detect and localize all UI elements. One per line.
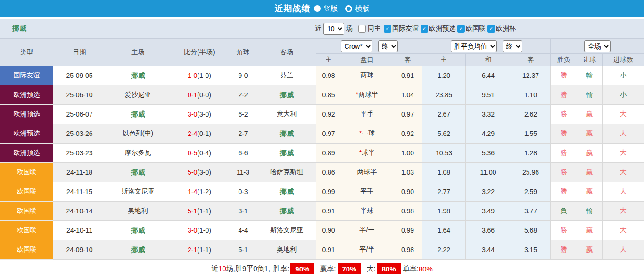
radio-vertical-label[interactable]: 竖版 [324, 4, 338, 13]
cell-result-goals: 大 [603, 202, 644, 221]
cell-mean-away: 3.77 [511, 202, 551, 221]
mean-group-header: 胜平负均值 终 [422, 39, 551, 54]
scope-select[interactable]: 全场 [584, 40, 611, 52]
cell-result-goals: 大 [603, 105, 644, 124]
cell-mean-home: 1.08 [422, 163, 466, 182]
cell-odds-away: 0.92 [393, 124, 422, 144]
cell-date: 24-10-11 [53, 221, 106, 240]
cell-handicap: 半球 [341, 202, 393, 221]
cell-result-handicap: 輸 [577, 85, 603, 105]
cell-corners: 6-6 [229, 144, 257, 163]
mean-type-select[interactable]: 胜平负均值 [451, 40, 497, 52]
recent-results-table: 类型 日期 主场 比分(半场) 角球 客场 Crow* 终 胜平负均值 终 全场 [0, 39, 644, 260]
checkbox-eurocup[interactable]: ✓ [487, 25, 495, 33]
cell-mean-draw: 3.22 [466, 182, 511, 202]
cell-type: 国际友谊 [0, 66, 53, 85]
cell-date: 25-06-07 [53, 105, 106, 124]
cell-mean-home: 10.53 [422, 144, 466, 163]
cell-home: 爱沙尼亚 [106, 85, 170, 105]
cell-score: 5-0(3-0) [170, 163, 229, 182]
table-row: 欧国联24-11-18挪威5-0(3-0)11-3哈萨克斯坦0.86两球半1.0… [0, 163, 644, 182]
cell-mean-draw: 4.29 [466, 124, 511, 144]
table-row: 欧洲预选25-06-07挪威3-0(3-0)6-2意大利0.92平手0.972.… [0, 105, 644, 124]
cell-away: 哈萨克斯坦 [257, 163, 316, 182]
cell-score: 0-5(0-4) [170, 144, 229, 163]
radio-horizontal-label[interactable]: 横版 [355, 4, 370, 13]
radio-horizontal[interactable] [345, 5, 352, 12]
cell-mean-home: 1.64 [422, 221, 466, 240]
header-home: 主场 [106, 39, 170, 66]
cell-result-wdl: 勝 [551, 105, 577, 124]
subheader-result-goals: 进球数 [603, 54, 644, 66]
cell-result-wdl: 負 [551, 202, 577, 221]
cell-mean-home: 1.20 [422, 66, 466, 85]
cell-away: 挪威 [257, 144, 316, 163]
cell-result-handicap: 赢 [577, 124, 603, 144]
cell-date: 25-03-26 [53, 124, 106, 144]
cell-type: 欧国联 [0, 221, 53, 240]
mean-time-select[interactable]: 终 [503, 40, 522, 52]
cell-mean-away: 1.55 [511, 124, 551, 144]
cell-result-goals: 大 [603, 240, 644, 260]
cell-handicap: 两球 [341, 66, 393, 85]
cell-type: 欧洲预选 [0, 124, 53, 144]
header-score: 比分(半场) [170, 39, 229, 66]
checkbox-nations[interactable]: ✓ [457, 25, 465, 33]
radio-vertical-selected[interactable] [314, 5, 321, 12]
cell-result-handicap: 赢 [577, 163, 603, 182]
cell-mean-away: 25.96 [511, 163, 551, 182]
cell-result-handicap: 赢 [577, 221, 603, 240]
table-row: 欧洲预选25-03-26以色列(中)2-4(0-1)2-7挪威0.97*一球0.… [0, 124, 644, 144]
cell-score: 1-0(1-0) [170, 66, 229, 85]
cell-odds-home: 0.97 [316, 124, 341, 144]
table-row: 欧国联24-09-10挪威2-1(1-1)5-1奥地利0.91平/半0.982.… [0, 240, 644, 260]
cell-corners: 9-0 [229, 66, 257, 85]
odds-group-header: Crow* 终 [316, 39, 422, 54]
cell-away: 芬兰 [257, 66, 316, 85]
header-away: 客场 [257, 39, 316, 66]
cell-date: 24-10-14 [53, 202, 106, 221]
cell-odds-away: 1.03 [393, 163, 422, 182]
cell-date: 25-06-10 [53, 85, 106, 105]
subheader-mean-home: 主 [422, 54, 466, 66]
cell-odds-away: 1.00 [393, 144, 422, 163]
table-row: 欧国联24-10-11挪威3-0(1-0)4-4斯洛文尼亚0.90半/一0.99… [0, 221, 644, 240]
cell-date: 24-11-15 [53, 182, 106, 202]
cell-result-handicap: 赢 [577, 182, 603, 202]
cell-score: 3-0(3-0) [170, 105, 229, 124]
cell-handicap: *球半 [341, 144, 393, 163]
cell-result-goals: 大 [603, 144, 644, 163]
near-label: 近 [315, 25, 322, 33]
subheader-result-wdl: 胜负 [551, 54, 577, 66]
cell-corners: 2-7 [229, 124, 257, 144]
cell-odds-home: 0.92 [316, 105, 341, 124]
cell-corners: 3-1 [229, 202, 257, 221]
cell-odds-away: 1.04 [393, 85, 422, 105]
match-count-select[interactable]: 10 [323, 23, 344, 35]
single-rate-value: 80% [419, 265, 433, 273]
cell-result-wdl: 勝 [551, 163, 577, 182]
cell-handicap: *两球半 [341, 85, 393, 105]
bookmaker-select[interactable]: Crow* [341, 40, 372, 52]
win-rate-label: 胜率: [273, 264, 289, 273]
same-home-label: 同主 [368, 25, 381, 33]
cell-date: 24-11-18 [53, 163, 106, 182]
subheader-mean-away: 客 [511, 54, 551, 66]
cell-away: 斯洛文尼亚 [257, 221, 316, 240]
checkbox-friendly[interactable]: ✓ [384, 25, 391, 33]
cell-type: 欧洲预选 [0, 85, 53, 105]
cell-away: 挪威 [257, 85, 316, 105]
cell-mean-draw: 11.00 [466, 163, 511, 182]
cell-home: 以色列(中) [106, 124, 170, 144]
cell-result-handicap: 赢 [577, 105, 603, 124]
subheader-result-handicap: 让球 [577, 54, 603, 66]
checkbox-qualifier[interactable]: ✓ [421, 25, 428, 33]
cell-mean-home: 2.22 [422, 240, 466, 260]
cell-mean-away: 1.28 [511, 144, 551, 163]
cell-score: 0-1(0-0) [170, 85, 229, 105]
header-type: 类型 [0, 39, 53, 66]
cell-home: 摩尔多瓦 [106, 144, 170, 163]
odds-time-select[interactable]: 终 [378, 40, 398, 52]
same-home-checkbox[interactable] [358, 25, 366, 33]
cell-odds-away: 0.99 [393, 221, 422, 240]
